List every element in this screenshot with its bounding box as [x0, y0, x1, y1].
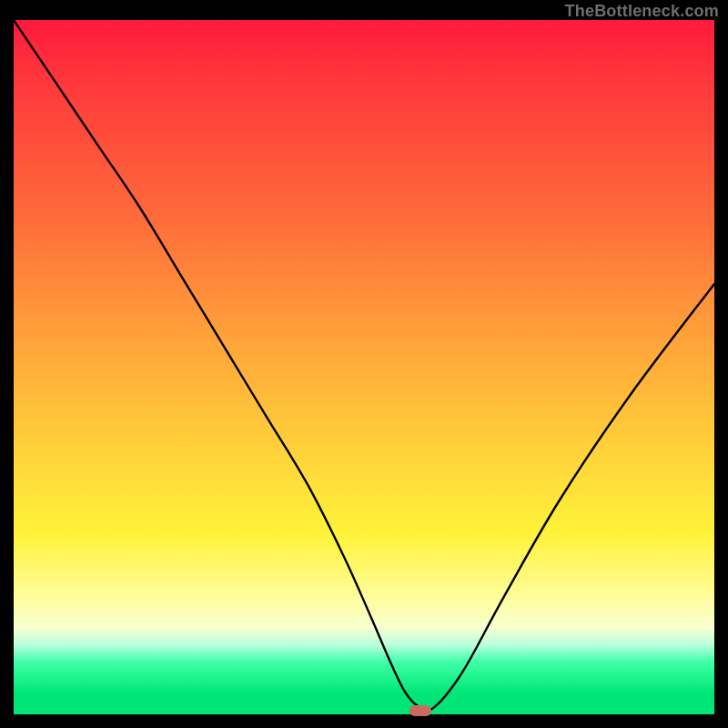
plot-area — [14, 20, 714, 714]
watermark-text: TheBottleneck.com — [565, 2, 719, 21]
chart-stage: TheBottleneck.com — [0, 0, 728, 728]
bottleneck-curve — [14, 20, 714, 714]
optimal-point-marker — [410, 705, 431, 716]
